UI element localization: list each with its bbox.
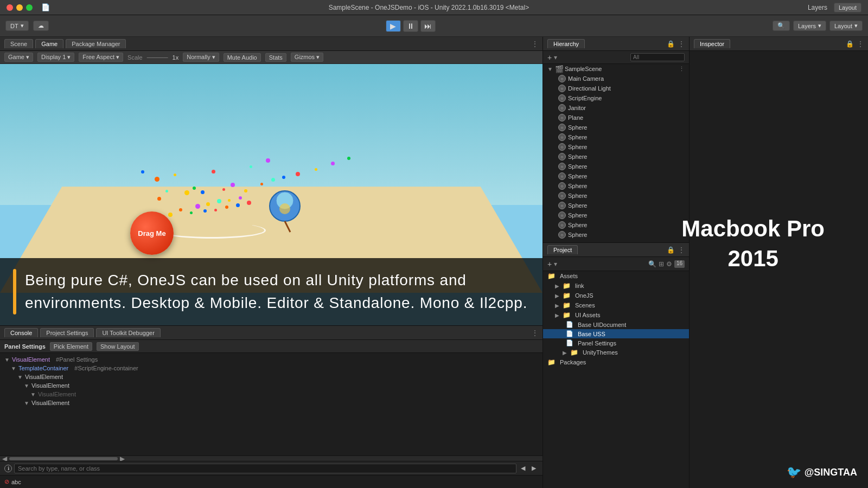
close-button[interactable] xyxy=(7,4,13,11)
aspect-dropdown[interactable]: Free Aspect ▾ xyxy=(79,53,123,62)
project-item[interactable]: 📄Base UIDocument xyxy=(543,320,689,329)
tree-item-1[interactable]: ▼ TemplateContainer #ScriptEngine-contai… xyxy=(7,364,542,373)
project-item[interactable]: 📁Packages xyxy=(543,357,689,367)
maximize-button[interactable] xyxy=(26,4,33,11)
inspector-lock-icon[interactable]: 🔒 xyxy=(846,40,854,48)
project-item[interactable]: ▶📁UI Assets xyxy=(543,310,689,320)
hierarchy-scene-root[interactable]: ▼ 🎬 SampleScene ⋮ xyxy=(543,64,689,74)
project-item[interactable]: ▶📁OneJS xyxy=(543,291,689,300)
drag-me-button[interactable]: Drag Me xyxy=(130,211,174,255)
step-button[interactable]: ⏭ xyxy=(420,20,436,32)
horizontal-scrollbar[interactable]: ◀ ▶ xyxy=(0,455,542,461)
hierarchy-item-label: Sphere xyxy=(568,212,587,219)
pause-button[interactable]: ⏸ xyxy=(403,20,418,32)
project-view-icon[interactable]: ⊞ xyxy=(659,260,664,268)
layers-button[interactable]: Layers ▾ xyxy=(793,21,826,31)
hierarchy-item[interactable]: ○Sphere xyxy=(543,181,689,191)
stats-button[interactable]: Stats xyxy=(265,53,286,62)
tab-ui-toolkit-debugger[interactable]: UI Toolkit Debugger xyxy=(96,328,160,337)
display-dropdown[interactable]: Display 1 ▾ xyxy=(37,53,74,62)
hierarchy-item[interactable]: ○Sphere xyxy=(543,162,689,171)
hierarchy-item[interactable]: ○Sphere xyxy=(543,132,689,142)
play-button[interactable]: ▶ xyxy=(386,20,401,32)
hierarchy-item[interactable]: ○Sphere xyxy=(543,230,689,240)
project-item[interactable]: ▶📁UnityThemes xyxy=(543,348,689,357)
game-dropdown[interactable]: Game ▾ xyxy=(4,53,33,62)
minimize-button[interactable] xyxy=(16,4,23,11)
particle xyxy=(239,196,242,200)
gizmos-dropdown[interactable]: Gizmos ▾ xyxy=(291,53,323,62)
tree-item-3[interactable]: ▼ VisualElement xyxy=(20,381,542,390)
project-search-icon[interactable]: 🔍 xyxy=(648,260,656,268)
hierarchy-item[interactable]: ○Main Camera xyxy=(543,74,689,84)
hierarchy-item[interactable]: ○Janitor xyxy=(543,103,689,113)
hierarchy-item[interactable]: ○Sphere xyxy=(543,152,689,162)
project-settings-icon[interactable]: ⚙ xyxy=(666,260,672,268)
hierarchy-item[interactable]: ○Sphere xyxy=(543,142,689,152)
tab-inspector[interactable]: Inspector xyxy=(694,39,730,48)
hierarchy-item[interactable]: ○Sphere xyxy=(543,201,689,210)
tree-item-5[interactable]: ▼ VisualElement xyxy=(20,399,542,407)
particle xyxy=(296,172,300,176)
hierarchy-item-label: Directional Light xyxy=(568,85,611,92)
cloud-button[interactable]: ☁ xyxy=(33,21,49,31)
inspector-options-icon[interactable]: ⋮ xyxy=(857,40,864,48)
scrollbar-thumb[interactable] xyxy=(9,457,118,460)
tree-item-0[interactable]: ▼ VisualElement #Panel Settings xyxy=(0,355,542,364)
pick-element-button[interactable]: Pick Element xyxy=(50,342,92,351)
inspector-tab-bar: Inspector 🔒 ⋮ xyxy=(690,37,868,51)
tree-item-4[interactable]: ▼ VisualElement xyxy=(26,390,542,399)
tab-console[interactable]: Console xyxy=(4,328,38,337)
console-options-icon[interactable]: ⋮ xyxy=(532,329,538,337)
game-toolbar: Game ▾ Display 1 ▾ Free Aspect ▾ Scale ─… xyxy=(0,51,542,64)
hierarchy-item[interactable]: ○Sphere xyxy=(543,123,689,132)
hierarchy-item[interactable]: ○Sphere xyxy=(543,191,689,201)
particle xyxy=(271,178,275,182)
hierarchy-item[interactable]: ○ScriptEngine xyxy=(543,93,689,103)
panel-options-icon[interactable]: ⋮ xyxy=(532,40,538,48)
dt-button[interactable]: DT ▾ xyxy=(5,21,29,31)
hierarchy-item[interactable]: ○Sphere xyxy=(543,171,689,181)
layout-button[interactable]: Layout xyxy=(834,3,861,12)
project-item[interactable]: 📄Base USS xyxy=(543,329,689,338)
hierarchy-item[interactable]: ○Sphere xyxy=(543,210,689,220)
project-lock-icon[interactable]: 🔒 xyxy=(667,246,675,254)
tab-hierarchy[interactable]: Hierarchy xyxy=(547,39,585,48)
hierarchy-lock-icon[interactable]: 🔒 xyxy=(667,40,675,48)
add-hierarchy-button[interactable]: + xyxy=(547,53,552,62)
search-input[interactable] xyxy=(14,464,516,473)
tab-scene[interactable]: Scene xyxy=(4,39,33,48)
project-item[interactable]: ▶📁Scenes xyxy=(543,300,689,310)
normally-dropdown[interactable]: Normally ▾ xyxy=(183,53,219,62)
tab-project[interactable]: Project xyxy=(547,245,578,254)
hierarchy-item[interactable]: ○Sphere xyxy=(543,220,689,230)
tab-package-manager[interactable]: Package Manager xyxy=(66,39,126,48)
add-project-button[interactable]: + xyxy=(547,260,552,268)
show-layout-button[interactable]: Show Layout xyxy=(97,342,139,351)
project-item[interactable]: 📁Assets xyxy=(543,271,689,281)
mute-audio-button[interactable]: Mute Audio xyxy=(224,53,261,62)
tab-project-settings[interactable]: Project Settings xyxy=(40,328,94,337)
abc-bar: ⊘ abc xyxy=(0,475,542,488)
hierarchy-item[interactable]: ○Plane xyxy=(543,113,689,123)
layout-button-right[interactable]: Layout ▾ xyxy=(829,21,863,31)
hierarchy-panel: Hierarchy 🔒 ⋮ + ▾ ▼ 🎬 SampleScene xyxy=(543,37,689,243)
hierarchy-options-icon[interactable]: ⋮ xyxy=(678,40,685,48)
search-icon-button[interactable]: 🔍 xyxy=(773,21,790,31)
prev-result-button[interactable]: ◀ xyxy=(519,464,527,473)
title-bar: 📄 SampleScene - OneJSDemo - iOS - Unity … xyxy=(0,0,868,15)
project-item[interactable]: 📄Panel Settings xyxy=(543,338,689,348)
hierarchy-item-label: Sphere xyxy=(568,202,587,209)
hierarchy-item[interactable]: ○Directional Light xyxy=(543,84,689,93)
hierarchy-search-input[interactable] xyxy=(630,53,685,61)
next-result-button[interactable]: ▶ xyxy=(529,464,538,473)
project-item[interactable]: ▶📁link xyxy=(543,281,689,291)
scale-slider[interactable]: ───── xyxy=(147,54,168,61)
tab-game[interactable]: Game xyxy=(35,39,63,48)
object-icon: ○ xyxy=(558,94,566,102)
scene-options-icon[interactable]: ⋮ xyxy=(679,66,685,73)
tree-item-2[interactable]: ▼ VisualElement xyxy=(13,373,542,381)
object-icon: ○ xyxy=(558,163,566,170)
particle xyxy=(190,211,193,214)
particle xyxy=(250,165,252,168)
